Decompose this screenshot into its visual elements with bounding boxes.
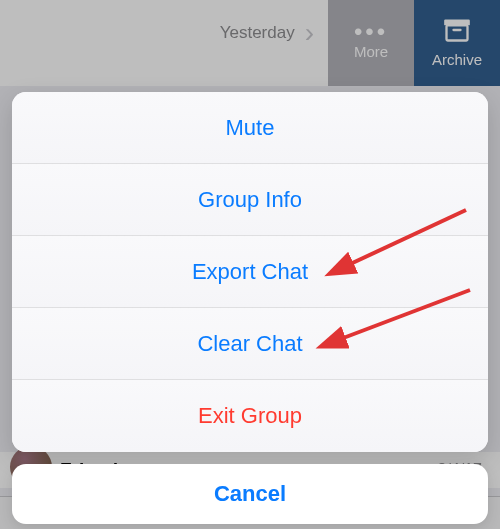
action-exit-group[interactable]: Exit Group bbox=[12, 380, 488, 452]
action-label: Group Info bbox=[198, 187, 302, 213]
action-cancel[interactable]: Cancel bbox=[12, 464, 488, 524]
action-mute[interactable]: Mute bbox=[12, 92, 488, 164]
screen: Yesterday › ••• More Archive Friends 8/4… bbox=[0, 0, 500, 529]
action-clear-chat[interactable]: Clear Chat bbox=[12, 308, 488, 380]
action-label: Clear Chat bbox=[197, 331, 302, 357]
action-label: Exit Group bbox=[198, 403, 302, 429]
action-label: Mute bbox=[226, 115, 275, 141]
action-label: Export Chat bbox=[192, 259, 308, 285]
action-sheet: Mute Group Info Export Chat Clear Chat E… bbox=[12, 92, 488, 452]
action-group-info[interactable]: Group Info bbox=[12, 164, 488, 236]
cancel-label: Cancel bbox=[214, 481, 286, 507]
action-export-chat[interactable]: Export Chat bbox=[12, 236, 488, 308]
